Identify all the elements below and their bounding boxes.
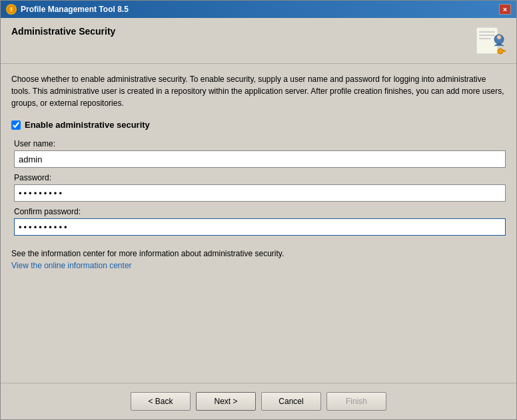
- enable-security-checkbox[interactable]: [11, 120, 21, 130]
- confirm-password-label: Confirm password:: [14, 207, 506, 216]
- username-input[interactable]: [14, 150, 506, 168]
- title-bar-left: Profile Management Tool 8.5: [6, 4, 129, 15]
- app-icon: [6, 4, 17, 15]
- main-content: Choose whether to enable administrative …: [1, 64, 516, 383]
- cancel-button[interactable]: Cancel: [261, 392, 321, 411]
- close-button[interactable]: ×: [499, 4, 511, 15]
- svg-point-8: [497, 35, 501, 39]
- password-label: Password:: [14, 173, 506, 182]
- info-center-link[interactable]: View the online information center: [11, 261, 506, 270]
- window-title: Profile Management Tool 8.5: [21, 5, 129, 14]
- enable-security-row: Enable administrative security: [11, 120, 506, 130]
- svg-point-2: [11, 11, 12, 12]
- header-icon-area: [474, 26, 506, 58]
- info-text: See the information center for more info…: [11, 249, 506, 258]
- description-text: Choose whether to enable administrative …: [11, 73, 506, 109]
- header-bar: Administrative Security: [1, 18, 516, 64]
- username-label: User name:: [14, 139, 506, 148]
- password-input[interactable]: [14, 184, 506, 202]
- main-window: Profile Management Tool 8.5 × Administra…: [0, 0, 517, 420]
- bottom-bar: < Back Next > Cancel Finish: [1, 383, 516, 419]
- title-bar: Profile Management Tool 8.5 ×: [1, 1, 516, 18]
- confirm-password-input[interactable]: [14, 218, 506, 236]
- finish-button[interactable]: Finish: [326, 392, 386, 411]
- svg-rect-12: [503, 50, 504, 51]
- svg-point-9: [498, 49, 503, 54]
- form-section: User name: Password: Confirm password:: [11, 139, 506, 236]
- svg-rect-11: [505, 50, 506, 51]
- svg-rect-5: [479, 35, 495, 36]
- page-title: Administrative Security: [11, 26, 115, 37]
- admin-security-icon: [474, 26, 506, 58]
- back-button[interactable]: < Back: [131, 392, 191, 411]
- svg-rect-6: [479, 38, 491, 39]
- enable-security-label[interactable]: Enable administrative security: [25, 120, 150, 130]
- next-button[interactable]: Next >: [196, 392, 256, 411]
- svg-rect-4: [479, 31, 495, 33]
